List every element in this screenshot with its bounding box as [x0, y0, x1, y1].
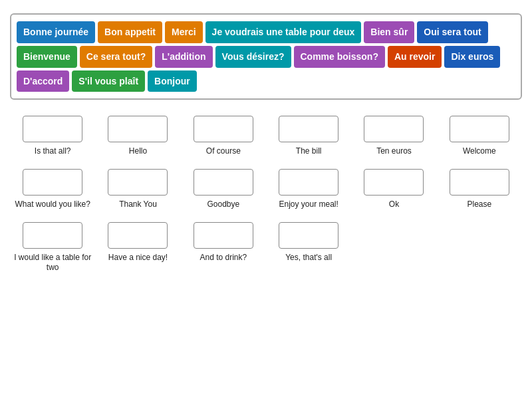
drop-box-ans-hello[interactable]: [108, 116, 168, 142]
answer-cell-ans-welcome: Welcome: [437, 113, 522, 162]
word-tile-bienvenue[interactable]: Bienvenue: [17, 46, 77, 68]
answer-label-ans-table-two: I would like a table for two: [14, 253, 91, 273]
drop-box-ans-please[interactable]: [450, 169, 509, 196]
drop-box-ans-nice-day[interactable]: [108, 222, 168, 249]
drop-box-ans-what-would[interactable]: [23, 169, 82, 196]
drop-box-ans-yes-all[interactable]: [279, 222, 338, 249]
answer-cell-ans-ten-euros: Ten euros: [351, 113, 436, 162]
word-tile-daccord[interactable]: D'accord: [17, 70, 69, 92]
drop-box-ans-the-bill[interactable]: [279, 116, 338, 142]
answer-cell-ans-hello: Hello: [95, 113, 180, 162]
answer-cell-ans-table-two: I would like a table for two: [10, 219, 95, 279]
word-tile-laddition[interactable]: L'addition: [155, 46, 212, 68]
drop-box-ans-is-that-all[interactable]: [23, 116, 82, 142]
word-tile-bonjour[interactable]: Bonjour: [148, 70, 197, 92]
answer-cell-ans-please: Please: [437, 166, 522, 215]
word-tile-comme-boisson[interactable]: Comme boisson?: [294, 46, 385, 68]
drop-box-ans-enjoy[interactable]: [279, 169, 338, 196]
answer-cell-ans-is-that-all: Is that all?: [10, 113, 95, 162]
answer-cell-ans-thank-you: Thank You: [95, 166, 180, 215]
answer-cell-ans-to-drink: And to drink?: [181, 219, 266, 279]
answer-cell-ans-goodbye: Goodbye: [181, 166, 266, 215]
answer-cell-ans-yes-all: Yes, that's all: [266, 219, 351, 279]
word-tile-bien-sur[interactable]: Bien sûr: [364, 21, 414, 43]
word-tile-bonne-journee[interactable]: Bonne journée: [17, 21, 95, 43]
word-tile-merci[interactable]: Merci: [165, 21, 203, 43]
answer-label-ans-please: Please: [467, 200, 491, 210]
answer-label-ans-ten-euros: Ten euros: [376, 146, 412, 157]
answer-cell-ans-the-bill: The bill: [266, 113, 351, 162]
word-tile-je-voudrais[interactable]: Je voudrais une table pour deux: [205, 21, 362, 43]
drop-box-ans-thank-you[interactable]: [108, 169, 168, 196]
answer-label-ans-welcome: Welcome: [463, 146, 496, 157]
answer-cell-ans-enjoy: Enjoy your meal!: [266, 166, 351, 215]
word-tile-ce-sera[interactable]: Ce sera tout?: [80, 46, 152, 68]
answer-cell-ans-of-course: Of course: [181, 113, 266, 162]
answer-label-ans-what-would: What would you like?: [15, 200, 90, 210]
drop-box-ans-table-two[interactable]: [23, 222, 82, 249]
answer-label-ans-enjoy: Enjoy your meal!: [279, 200, 338, 210]
answer-label-ans-is-that-all: Is that all?: [35, 146, 71, 157]
answer-label-ans-ok: Ok: [389, 200, 399, 210]
drop-box-ans-ten-euros[interactable]: [364, 116, 424, 142]
answer-label-ans-nice-day: Have a nice day!: [108, 253, 168, 263]
word-tile-vous-desirez[interactable]: Vous désirez?: [215, 46, 291, 68]
drop-box-ans-to-drink[interactable]: [194, 222, 253, 249]
drop-box-ans-welcome[interactable]: [450, 116, 509, 142]
drop-box-ans-goodbye[interactable]: [194, 169, 253, 196]
drop-box-ans-of-course[interactable]: [194, 116, 253, 142]
answer-label-ans-hello: Hello: [129, 146, 147, 157]
main-container: Bonne journéeBon appetitMerciJe voudrais…: [0, 0, 532, 296]
answer-cell-ans-nice-day: Have a nice day!: [95, 219, 180, 279]
answer-label-ans-the-bill: The bill: [296, 146, 322, 157]
answer-cell-ans-what-would: What would you like?: [10, 166, 95, 215]
word-tile-sil-vous-plait[interactable]: S'il vous plaît: [72, 70, 145, 92]
word-tile-au-revoir[interactable]: Au revoir: [388, 46, 442, 68]
word-bank: Bonne journéeBon appetitMerciJe voudrais…: [10, 13, 522, 100]
answer-cell-empty-r2c4: [351, 219, 436, 279]
answer-row-2: I would like a table for twoHave a nice …: [10, 219, 522, 279]
answer-row-0: Is that all?HelloOf courseThe billTen eu…: [10, 113, 522, 162]
answer-cell-empty-r2c5: [437, 219, 522, 279]
answer-label-ans-goodbye: Goodbye: [207, 200, 239, 210]
answer-row-1: What would you like?Thank YouGoodbyeEnjo…: [10, 166, 522, 215]
answer-grid-container: Is that all?HelloOf courseThe billTen eu…: [10, 113, 522, 278]
answer-label-ans-yes-all: Yes, that's all: [285, 253, 332, 263]
answer-label-ans-to-drink: And to drink?: [200, 253, 247, 263]
drop-box-ans-ok[interactable]: [364, 169, 424, 196]
word-tile-bon-appetit[interactable]: Bon appetit: [98, 21, 162, 43]
word-tile-oui-sera[interactable]: Oui sera tout: [417, 21, 487, 43]
word-tile-dix-euros[interactable]: Dix euros: [444, 46, 500, 68]
answer-cell-ans-ok: Ok: [351, 166, 436, 215]
answer-label-ans-thank-you: Thank You: [119, 200, 157, 210]
answer-label-ans-of-course: Of course: [206, 146, 241, 157]
